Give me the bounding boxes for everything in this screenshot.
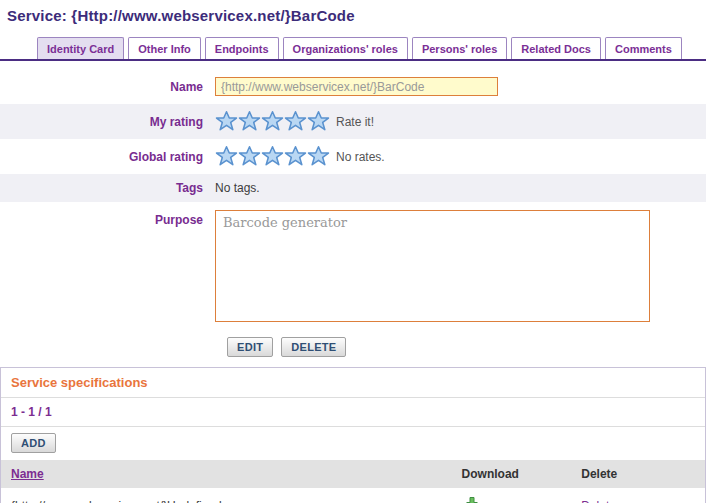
specifications-table: Name Download Delete {http://www.webserv… (1, 460, 705, 503)
column-header-delete: Delete (571, 460, 705, 488)
tags-row: Tags No tags. (0, 174, 706, 202)
pagination-info: 1 - 1 / 1 (1, 398, 705, 427)
my-rating-label: My rating (0, 115, 215, 129)
my-rating-row: My rating Rate it! (0, 104, 706, 139)
add-button[interactable]: ADD (11, 433, 56, 453)
my-rating-hint: Rate it! (336, 115, 374, 129)
name-row: Name (0, 69, 706, 104)
star-icon (238, 145, 261, 168)
star-icon (215, 145, 238, 168)
star-icon (307, 145, 330, 168)
column-header-download: Download (452, 460, 572, 488)
tab-persons-roles[interactable]: Persons' roles (412, 37, 507, 59)
table-header-row: Name Download Delete (1, 460, 705, 488)
delete-button[interactable]: DELETE (281, 337, 346, 357)
action-buttons: EDIT DELETE (227, 337, 706, 357)
tab-bar: Identity Card Other Info Endpoints Organ… (0, 37, 706, 61)
global-rating-row: Global rating No rates. (0, 139, 706, 174)
star-icon[interactable] (261, 110, 284, 133)
purpose-textarea[interactable]: Barcode generator (215, 210, 650, 322)
column-header-name: Name (1, 460, 452, 488)
service-specifications-section: Service specifications 1 - 1 / 1 ADD Nam… (0, 367, 706, 503)
sort-by-name-link[interactable]: Name (11, 467, 44, 481)
download-package-icon[interactable] (462, 496, 482, 503)
star-icon[interactable] (307, 110, 330, 133)
tab-endpoints[interactable]: Endpoints (205, 37, 279, 59)
spec-name-cell: {http://www.webservicex.net/}Undefined (1, 488, 452, 503)
global-rating-label: Global rating (0, 150, 215, 164)
tags-label: Tags (0, 181, 215, 195)
star-icon[interactable] (284, 110, 307, 133)
download-extra: - (490, 499, 494, 503)
my-rating-stars (215, 110, 330, 133)
section-title: Service specifications (1, 368, 705, 398)
tab-related-docs[interactable]: Related Docs (511, 37, 601, 59)
spec-download-cell: - (452, 488, 572, 503)
identity-card-form: Name My rating Rate it! Global rating (0, 69, 706, 330)
star-icon (261, 145, 284, 168)
tags-value: No tags. (215, 181, 260, 195)
tab-comments[interactable]: Comments (605, 37, 682, 59)
star-icon[interactable] (215, 110, 238, 133)
service-detail-page: Service: {Http://www.webservicex.net/}Ba… (0, 7, 706, 503)
tab-other-info[interactable]: Other Info (128, 37, 201, 59)
tab-identity-card[interactable]: Identity Card (37, 37, 124, 59)
name-label: Name (0, 80, 215, 94)
star-icon (284, 145, 307, 168)
tab-organizations-roles[interactable]: Organizations' roles (283, 37, 408, 59)
name-input[interactable] (215, 77, 498, 96)
purpose-row: Purpose Barcode generator (0, 202, 706, 330)
table-row: {http://www.webservicex.net/}Undefined - (1, 488, 705, 503)
add-row: ADD (1, 427, 705, 460)
delete-spec-link[interactable]: Delete (581, 499, 616, 503)
edit-button[interactable]: EDIT (227, 337, 273, 357)
spec-delete-cell: Delete (571, 488, 705, 503)
star-icon[interactable] (238, 110, 261, 133)
purpose-label: Purpose (0, 210, 215, 227)
global-rating-stars (215, 145, 330, 168)
global-rating-hint: No rates. (336, 150, 385, 164)
page-title: Service: {Http://www.webservicex.net/}Ba… (7, 7, 706, 24)
